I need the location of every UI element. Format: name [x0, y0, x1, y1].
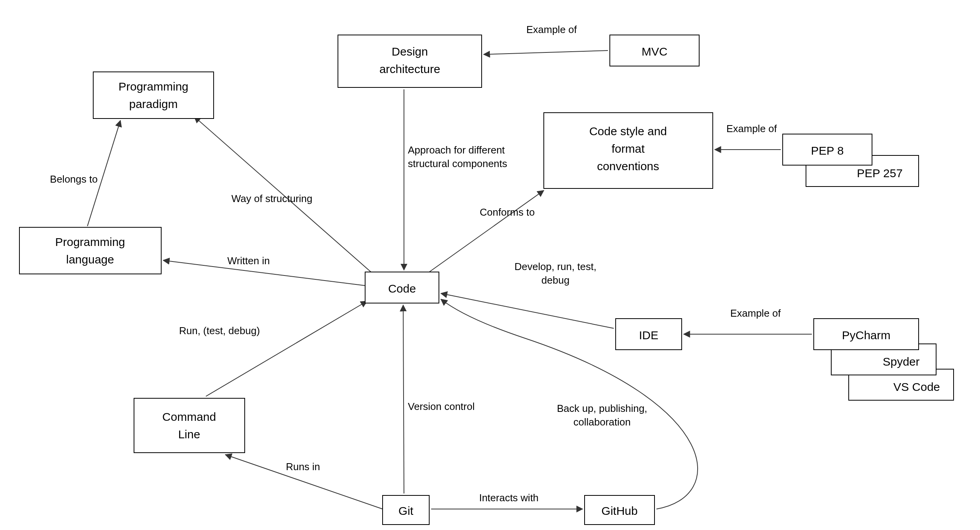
- node-github: GitHub: [585, 495, 654, 525]
- svg-text:Code: Code: [388, 282, 416, 295]
- svg-text:PEP 8: PEP 8: [811, 144, 844, 157]
- svg-text:MVC: MVC: [642, 45, 668, 58]
- svg-text:Design: Design: [392, 45, 428, 58]
- svg-text:Code style and: Code style and: [589, 125, 667, 138]
- node-ide-stack: VS Code Spyder PyCharm: [814, 319, 954, 400]
- edge-develop-label-1: Develop, run, test,: [515, 261, 597, 272]
- concept-map: Belongs to Way of structuring Written in…: [0, 0, 980, 530]
- svg-rect-29: [134, 398, 245, 453]
- edge-backup-label-1: Back up, publishing,: [557, 403, 648, 414]
- node-design-architecture: Design architecture: [338, 35, 482, 87]
- node-git: Git: [383, 495, 429, 525]
- svg-rect-6: [338, 35, 482, 87]
- edge-example-mvc: [484, 51, 608, 54]
- svg-text:architecture: architecture: [379, 63, 440, 75]
- node-ide: IDE: [616, 319, 682, 350]
- svg-text:Spyder: Spyder: [883, 355, 919, 368]
- svg-text:Programming: Programming: [118, 80, 188, 93]
- node-programming-language: Programming language: [19, 227, 161, 274]
- svg-text:conventions: conventions: [597, 160, 659, 173]
- edge-written-in-label: Written in: [227, 255, 270, 267]
- edge-approach-label-2: structural components: [408, 158, 507, 169]
- svg-text:paradigm: paradigm: [129, 98, 178, 110]
- svg-rect-0: [93, 72, 214, 119]
- edge-way-of-structuring-label: Way of structuring: [232, 193, 313, 204]
- svg-text:Line: Line: [178, 428, 200, 441]
- node-code: Code: [365, 272, 439, 303]
- svg-text:GitHub: GitHub: [601, 504, 637, 517]
- edge-develop-label-2: debug: [541, 274, 569, 286]
- edge-conforms-to: [429, 190, 544, 272]
- svg-text:PEP 257: PEP 257: [857, 167, 903, 180]
- node-command-line: Command Line: [134, 398, 245, 453]
- edge-example-pep-label: Example of: [726, 123, 777, 134]
- svg-text:format: format: [611, 142, 645, 155]
- node-mvc: MVC: [610, 35, 699, 66]
- svg-text:VS Code: VS Code: [893, 380, 940, 393]
- svg-text:Command: Command: [162, 410, 216, 423]
- node-programming-paradigm: Programming paradigm: [93, 72, 214, 119]
- edge-conforms-to-label: Conforms to: [480, 206, 535, 218]
- edge-belongs-to-label: Belongs to: [50, 173, 98, 185]
- svg-text:Programming: Programming: [55, 235, 125, 248]
- edge-example-mvc-label: Example of: [526, 24, 577, 35]
- svg-text:PyCharm: PyCharm: [842, 329, 890, 342]
- node-pep-stack: PEP 257 PEP 8: [783, 134, 919, 187]
- svg-text:IDE: IDE: [639, 329, 658, 342]
- edge-version-control-label: Version control: [408, 401, 475, 412]
- edge-run-test-debug-label: Run, (test, debug): [179, 325, 260, 336]
- svg-rect-3: [19, 227, 161, 274]
- edge-interacts-with-label: Interacts with: [479, 492, 538, 504]
- edge-develop: [441, 293, 614, 328]
- edge-example-ide-label: Example of: [730, 307, 781, 319]
- edge-approach-label-1: Approach for different: [408, 144, 505, 156]
- node-code-style: Code style and format conventions: [544, 113, 713, 188]
- svg-text:Git: Git: [399, 504, 414, 517]
- edge-runs-in-label: Runs in: [286, 461, 320, 472]
- edge-run-test-debug: [206, 301, 367, 396]
- edge-backup-label-2: collaboration: [573, 416, 630, 428]
- edge-version-control: [403, 305, 404, 493]
- svg-text:language: language: [66, 253, 114, 266]
